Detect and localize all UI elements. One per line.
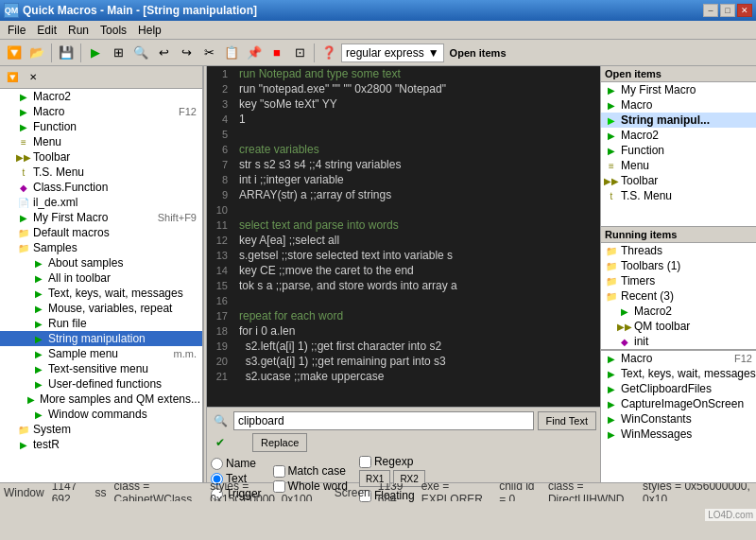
option-match-case[interactable]: Match case [273,464,348,478]
tree-item-macro[interactable]: ▶MacroF12 [0,104,202,119]
editor-line-18: 18for i 0 a.len [207,323,600,339]
tree-item-about_samples[interactable]: ▶About samples [0,255,202,270]
menu-run[interactable]: Run [62,22,94,39]
tree-item-mouse_vars[interactable]: ▶Mouse, variables, repeat [0,301,202,316]
toolbar-cut-icon[interactable]: ✂ [198,43,219,63]
tree-label-toolbar_item: Toolbar [33,150,70,164]
line-number-13: 13 [207,248,235,263]
open-item-1[interactable]: ▶Macro [601,97,756,113]
menu-file[interactable]: File [2,22,31,39]
right-bottom-icon-1: ▶ [605,367,618,380]
option-name[interactable]: Name [211,457,262,470]
toolbar-copy-icon[interactable]: 📋 [221,43,242,63]
minimize-button[interactable]: – [703,4,718,17]
close-button[interactable]: ✕ [737,4,752,17]
tree-item-toolbar_item[interactable]: ▶▶Toolbar [0,149,202,165]
tree-item-window_commands[interactable]: ▶Window commands [0,407,202,422]
tree-item-ts_menu[interactable]: tT.S. Menu [0,165,202,180]
open-item-0[interactable]: ▶My First Macro [601,82,756,97]
toolbar-open-icon[interactable]: 📂 [26,43,47,63]
tree-item-il_de_xml[interactable]: 📄il_de.xml [0,195,202,210]
running-item-icon-6: ◆ [618,335,631,348]
tree-item-text_keys[interactable]: ▶Text, keys, wait, messages [0,286,202,301]
open-item-4[interactable]: ▶Function [601,143,756,158]
right-panel: Open items ▶My First Macro▶Macro▶String … [600,66,756,482]
toolbar-undo-icon[interactable]: ↩ [153,43,174,63]
toolbar-search-icon[interactable]: 🔍 [130,43,151,63]
toolbar-paste-icon[interactable]: 📌 [244,43,265,63]
running-item-icon-1: 📁 [605,259,618,272]
running-item-1[interactable]: 📁Toolbars (1) [601,258,756,273]
replace-button[interactable]: Replace [252,433,307,452]
find-bar: 🔍 Find Text ✔ Replace Name Text [207,407,600,482]
tree-item-text_sensitive[interactable]: ▶Text-sensitive menu [0,361,202,376]
open-item-label-4: Function [621,144,664,157]
maximize-button[interactable]: □ [720,4,735,17]
toolbar-redo-icon[interactable]: ↪ [176,43,197,63]
line-number-4: 4 [207,112,235,127]
toolbar-help-icon[interactable]: ❓ [318,43,339,63]
open-item-7[interactable]: tT.S. Menu [601,188,756,203]
tree-item-macro2[interactable]: ▶Macro2 [0,89,202,104]
tree-item-testr[interactable]: ▶testR [0,437,202,452]
find-input[interactable] [233,411,534,430]
menu-edit[interactable]: Edit [31,22,62,39]
menu-tools[interactable]: Tools [94,22,132,39]
running-item-3[interactable]: 📁Recent (3) [601,288,756,304]
right-bottom-label-5: WinMessages [621,427,692,441]
tree-item-menu[interactable]: ≡Menu [0,134,202,149]
line-content-12: key A[ea] ;;select all [235,233,600,248]
code-editor[interactable]: 1run Notepad and type some text2run "not… [207,66,600,407]
open-item-2[interactable]: ▶String manipul... [601,113,756,128]
right-bottom-item-0[interactable]: ▶MacroF12 [601,351,756,366]
left-delete-icon[interactable]: ✕ [23,67,43,88]
toolbar-play-icon[interactable]: ▶ [85,43,106,63]
toolbar-save-icon[interactable]: 💾 [56,43,77,63]
toolbar-grid-icon[interactable]: ⊞ [108,43,129,63]
open-item-3[interactable]: ▶Macro2 [601,128,756,143]
toolbar-step-icon[interactable]: ⊡ [289,43,310,63]
running-item-2[interactable]: 📁Timers [601,273,756,288]
right-bottom-item-4[interactable]: ▶WinConstants [601,411,756,427]
line-number-19: 19 [207,339,235,354]
toolbar-new-icon[interactable]: 🔽 [4,43,25,63]
running-item-5[interactable]: ▶▶QM toolbar [601,319,756,334]
tree-item-run_file[interactable]: ▶Run file [0,316,202,331]
line-content-15: tok s a ;;parse, and store words into ar… [235,278,600,293]
window-title: Quick Macros - Main - [String manipulati… [23,4,257,17]
line-number-12: 12 [207,233,235,248]
tree-icon-text_sensitive: ▶ [32,362,45,375]
tree-label-il_de_xml: il_de.xml [33,196,77,209]
right-bottom-item-3[interactable]: ▶CaptureImageOnScreen [601,396,756,411]
tree-item-sample_menu[interactable]: ▶Sample menum.m. [0,346,202,361]
right-bottom-item-1[interactable]: ▶Text, keys, wait, messages [601,366,756,381]
tree-item-function[interactable]: ▶Function [0,119,202,134]
left-new-icon[interactable]: 🔽 [2,67,23,88]
running-item-6[interactable]: ◆init [601,334,756,349]
toolbar-regex-dropdown[interactable]: regular express ▼ [341,44,444,62]
running-item-4[interactable]: ▶Macro2 [601,304,756,319]
menu-help[interactable]: Help [132,22,167,39]
running-item-0[interactable]: 📁Threads [601,243,756,258]
editor-line-17: 17repeat for each word [207,308,600,323]
find-text-button[interactable]: Find Text [538,411,596,430]
tree-item-user_defined[interactable]: ▶User-defined functions [0,376,202,392]
tree-item-class_function[interactable]: ◆Class.Function [0,180,202,195]
tree-item-my_first_macro[interactable]: ▶My First MacroShift+F9 [0,210,202,225]
right-bottom-item-5[interactable]: ▶WinMessages [601,427,756,442]
tree-item-system[interactable]: 📁System [0,422,202,437]
open-item-icon-2: ▶ [605,113,618,127]
option-regexp[interactable]: Regexp [359,455,425,468]
tree-item-samples[interactable]: 📁Samples [0,240,202,255]
tree-item-more_samples[interactable]: ▶More samples and QM extens... [0,392,202,407]
tree-item-all_in_toolbar[interactable]: ▶All in toolbar [0,270,202,286]
open-item-5[interactable]: ≡Menu [601,158,756,173]
running-items-list: 📁Threads📁Toolbars (1)📁Timers📁Recent (3)▶… [601,243,756,349]
tree-icon-all_in_toolbar: ▶ [32,271,45,285]
right-bottom-item-2[interactable]: ▶GetClipboardFiles [601,381,756,396]
tree-item-default_macros[interactable]: 📁Default macros [0,225,202,240]
tree-icon-system: 📁 [17,423,30,436]
tree-item-string_manip[interactable]: ▶String manipulation [0,331,202,346]
open-item-6[interactable]: ▶▶Toolbar [601,173,756,188]
toolbar-stop-icon[interactable]: ■ [266,43,287,63]
